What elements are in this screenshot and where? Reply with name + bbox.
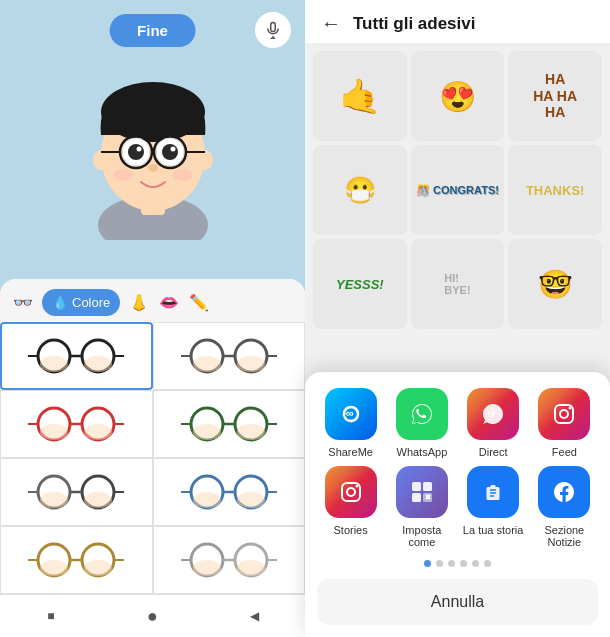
glasses-option-5[interactable]: [0, 458, 153, 526]
tab-lips[interactable]: 👄: [158, 292, 180, 314]
imposta-icon: [396, 466, 448, 518]
mic-button[interactable]: [255, 12, 291, 48]
svg-point-36: [237, 356, 265, 372]
sezione-icon: [538, 466, 590, 518]
glasses-option-2[interactable]: [153, 322, 306, 390]
svg-rect-87: [412, 482, 421, 491]
glasses-option-7[interactable]: [0, 526, 153, 594]
svg-point-21: [113, 169, 133, 181]
tab-pencil[interactable]: ✏️: [188, 292, 210, 314]
svg-point-82: [560, 410, 568, 418]
tab-color[interactable]: 💧 Colore: [42, 289, 120, 316]
stories-icon: [325, 466, 377, 518]
sticker-item-9[interactable]: 🤓: [508, 239, 602, 329]
share-imposta[interactable]: Imposta come: [388, 466, 455, 548]
sticker-header: ← Tutti gli adesivi: [305, 0, 610, 43]
right-panel: ← Tutti gli adesivi 🤙 😍 HAHA HAHA 😷 🎊 CO…: [305, 0, 610, 637]
glasses-option-6[interactable]: [153, 458, 306, 526]
nav-back-left[interactable]: ◀: [243, 605, 265, 627]
tab-glasses[interactable]: 👓: [12, 292, 34, 314]
sticker-item-7[interactable]: YESSS!: [313, 239, 407, 329]
glasses-option-4[interactable]: [153, 390, 306, 458]
svg-point-28: [40, 356, 68, 372]
svg-point-70: [40, 560, 68, 576]
nav-square-left[interactable]: ■: [40, 605, 62, 627]
svg-point-78: [237, 560, 265, 576]
sticker-item-8[interactable]: HI!BYE!: [411, 239, 505, 329]
share-whatsapp[interactable]: WhatsApp: [388, 388, 455, 458]
glasses-option-3[interactable]: [0, 390, 153, 458]
bottom-nav-left: ■ ● ◀: [0, 594, 305, 637]
svg-point-29: [84, 356, 112, 372]
share-shareme[interactable]: ∞ ShareMe: [317, 388, 384, 458]
fine-button[interactable]: Fine: [109, 14, 196, 47]
svg-point-42: [40, 424, 68, 440]
feed-icon: [538, 388, 590, 440]
tab-nose[interactable]: 👃: [128, 292, 150, 314]
sticker-item-5[interactable]: 🎊 CONGRATS!: [411, 145, 505, 235]
shareme-label: ShareMe: [328, 446, 373, 458]
svg-point-56: [40, 492, 68, 508]
svg-point-83: [569, 407, 572, 410]
left-panel: Fine: [0, 0, 305, 637]
imposta-label: Imposta come: [388, 524, 455, 548]
svg-point-13: [136, 146, 141, 151]
svg-point-12: [162, 144, 178, 160]
dot-3: [448, 560, 455, 567]
svg-point-64: [237, 492, 265, 508]
svg-text:∞: ∞: [346, 407, 354, 419]
annulla-button[interactable]: Annulla: [317, 579, 598, 625]
sticker-item-2[interactable]: 😍: [411, 51, 505, 141]
whatsapp-icon: [396, 388, 448, 440]
svg-point-20: [148, 164, 158, 172]
dot-5: [472, 560, 479, 567]
share-direct[interactable]: ✈ Direct: [460, 388, 527, 458]
svg-point-35: [193, 356, 221, 372]
svg-text:✈: ✈: [487, 405, 499, 421]
back-button[interactable]: ←: [321, 12, 341, 35]
dot-4: [460, 560, 467, 567]
svg-rect-89: [412, 493, 421, 502]
sticker-item-6[interactable]: THANKS!: [508, 145, 602, 235]
dot-2: [436, 560, 443, 567]
glasses-option-8[interactable]: [153, 526, 306, 594]
glasses-option-1[interactable]: [0, 322, 153, 390]
tab-row: 👓 💧 Colore 👃 👄 ✏️: [0, 279, 305, 322]
tuastoria-icon: [467, 466, 519, 518]
svg-point-86: [355, 485, 358, 488]
svg-point-85: [347, 488, 355, 496]
avatar-area: Fine: [0, 0, 305, 279]
share-sheet: ∞ ShareMe WhatsApp: [305, 372, 610, 637]
share-sezione[interactable]: Sezione Notizie: [531, 466, 598, 548]
shareme-icon: ∞: [325, 388, 377, 440]
share-grid: ∞ ShareMe WhatsApp: [317, 388, 598, 548]
share-feed[interactable]: Feed: [531, 388, 598, 458]
svg-point-11: [128, 144, 144, 160]
svg-point-49: [193, 424, 221, 440]
svg-point-50: [237, 424, 265, 440]
share-stories[interactable]: Stories: [317, 466, 384, 548]
dot-1: [424, 560, 431, 567]
sezione-label: Sezione Notizie: [531, 524, 598, 548]
direct-label: Direct: [479, 446, 508, 458]
svg-point-22: [173, 169, 193, 181]
tuastoria-label: La tua storia: [463, 524, 524, 536]
direct-icon: ✈: [467, 388, 519, 440]
sticker-item-3[interactable]: HAHA HAHA: [508, 51, 602, 141]
sticker-item-4[interactable]: 😷: [313, 145, 407, 235]
glasses-grid: [0, 322, 305, 594]
nav-circle-left[interactable]: ●: [141, 605, 163, 627]
svg-point-43: [84, 424, 112, 440]
svg-point-77: [193, 560, 221, 576]
whatsapp-label: WhatsApp: [397, 446, 448, 458]
sticker-item-1[interactable]: 🤙: [313, 51, 407, 141]
share-page-dots: [317, 560, 598, 567]
share-tuastoria[interactable]: La tua storia: [460, 466, 527, 548]
controls-area: 👓 💧 Colore 👃 👄 ✏️: [0, 279, 305, 594]
sticker-title: Tutti gli adesivi: [353, 14, 475, 34]
stories-label: Stories: [334, 524, 368, 536]
svg-point-63: [193, 492, 221, 508]
avatar-figure: [63, 40, 243, 240]
svg-rect-88: [423, 482, 432, 491]
dot-6: [484, 560, 491, 567]
